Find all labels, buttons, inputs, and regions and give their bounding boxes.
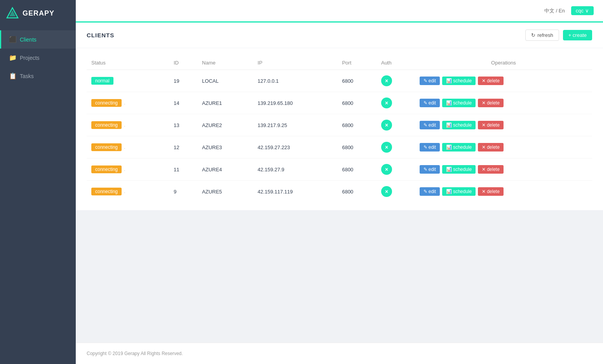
clients-icon: ⬛: [9, 36, 16, 43]
delete-button-5[interactable]: ✕ delete: [478, 187, 504, 196]
schedule-icon-3: 📊: [446, 145, 452, 150]
cell-status-2: connecting .: [87, 114, 169, 136]
auth-button-2[interactable]: ×: [381, 120, 392, 131]
edit-button-0[interactable]: ✎ edit: [420, 77, 440, 85]
cell-ops-2: ✎ edit 📊 schedule ✕ delete: [415, 114, 592, 136]
delete-icon-0: ✕: [482, 78, 486, 84]
delete-button-4[interactable]: ✕ delete: [478, 165, 504, 174]
cell-ip-3: 42.159.27.223: [253, 136, 337, 158]
cell-name-1: AZURE1: [197, 92, 253, 114]
logo: GERAPY: [0, 0, 76, 26]
status-badge-3: connecting: [91, 143, 122, 151]
delete-button-3[interactable]: ✕ delete: [478, 143, 504, 152]
sidebar-item-tasks[interactable]: 📋 Tasks: [0, 67, 76, 85]
cell-status-4: connecting .: [87, 158, 169, 181]
table-head: Status ID Name IP Port Auth Operations: [87, 56, 592, 70]
schedule-button-0[interactable]: 📊 schedule: [442, 77, 476, 85]
col-port: Port: [337, 56, 376, 70]
delete-button-2[interactable]: ✕ delete: [478, 121, 504, 129]
cell-id-4: 11: [169, 158, 197, 181]
delete-icon-2: ✕: [482, 122, 486, 128]
chevron-down-icon: ∨: [585, 8, 589, 14]
cell-id-3: 12: [169, 136, 197, 158]
col-status: Status: [87, 56, 169, 70]
delete-icon-4: ✕: [482, 167, 486, 172]
schedule-button-4[interactable]: 📊 schedule: [442, 165, 476, 174]
table-row: connecting . 13 AZURE2 139.217.9.25 6800…: [87, 114, 592, 136]
language-switcher[interactable]: 中文 / En: [544, 7, 565, 14]
page-title: CLIENTS: [87, 32, 114, 38]
topbar: 中文 / En cqc ∨: [76, 0, 603, 21]
cell-status-1: connecting .: [87, 92, 169, 114]
create-label: + create: [568, 32, 587, 38]
schedule-icon-2: 📊: [446, 122, 452, 128]
refresh-label: refresh: [537, 32, 553, 38]
lang-label: 中文 / En: [544, 8, 565, 14]
cell-ops-3: ✎ edit 📊 schedule ✕ delete: [415, 136, 592, 158]
auth-button-4[interactable]: ×: [381, 164, 392, 175]
cell-auth-2: ×: [376, 114, 415, 136]
app-name: GERAPY: [23, 9, 54, 17]
schedule-button-5[interactable]: 📊 schedule: [442, 187, 476, 196]
schedule-button-1[interactable]: 📊 schedule: [442, 99, 476, 107]
cell-id-5: 9: [169, 181, 197, 203]
cell-ip-2: 139.217.9.25: [253, 114, 337, 136]
auth-button-3[interactable]: ×: [381, 142, 392, 153]
sidebar-item-clients[interactable]: ⬛ Clients: [0, 30, 76, 49]
auth-button-0[interactable]: ×: [381, 75, 392, 86]
refresh-icon: ↻: [531, 32, 535, 38]
edit-button-2[interactable]: ✎ edit: [420, 121, 440, 129]
table-body: normal 19 LOCAL 127.0.0.1 6800 × ✎ edit …: [87, 70, 592, 203]
clients-table-wrap: Status ID Name IP Port Auth Operations n…: [76, 48, 603, 210]
edit-button-5[interactable]: ✎ edit: [420, 187, 440, 196]
cell-status-0: normal: [87, 70, 169, 92]
status-badge-2: connecting: [91, 121, 122, 129]
edit-icon-3: ✎: [423, 145, 427, 150]
status-badge-0: normal: [91, 77, 113, 85]
tasks-icon: 📋: [9, 72, 16, 80]
auth-button-1[interactable]: ×: [381, 98, 392, 108]
cell-name-5: AZURE5: [197, 181, 253, 203]
cell-ip-1: 139.219.65.180: [253, 92, 337, 114]
sidebar: GERAPY ⬛ Clients 📁 Projects 📋 Tasks: [0, 0, 76, 364]
sidebar-item-projects[interactable]: 📁 Projects: [0, 49, 76, 67]
col-auth: Auth: [376, 56, 415, 70]
cell-name-3: AZURE3: [197, 136, 253, 158]
dot-2: .: [124, 122, 125, 128]
cell-id-2: 13: [169, 114, 197, 136]
status-badge-5: connecting: [91, 188, 122, 195]
edit-icon-5: ✎: [423, 189, 427, 194]
footer: Copyright © 2019 Gerapy All Rights Reser…: [76, 343, 603, 364]
cell-port-2: 6800: [337, 114, 376, 136]
username: cqc: [576, 8, 584, 14]
create-button[interactable]: + create: [563, 30, 592, 40]
schedule-icon-0: 📊: [446, 78, 452, 84]
edit-button-1[interactable]: ✎ edit: [420, 99, 440, 107]
edit-button-4[interactable]: ✎ edit: [420, 165, 440, 174]
cell-auth-4: ×: [376, 158, 415, 181]
header-actions: ↻ refresh + create: [525, 30, 592, 41]
status-badge-4: connecting: [91, 165, 122, 173]
dot-4: .: [124, 166, 125, 172]
delete-icon-5: ✕: [482, 189, 486, 194]
dot-1: .: [124, 99, 125, 106]
delete-button-0[interactable]: ✕ delete: [478, 77, 504, 85]
col-id: ID: [169, 56, 197, 70]
sidebar-item-clients-label: Clients: [20, 37, 37, 43]
col-ops: Operations: [415, 56, 592, 70]
main-content: 中文 / En cqc ∨ CLIENTS ↻ refresh + create: [76, 0, 603, 364]
edit-icon-1: ✎: [423, 100, 427, 106]
schedule-button-2[interactable]: 📊 schedule: [442, 121, 476, 129]
user-menu[interactable]: cqc ∨: [571, 6, 594, 15]
table-row: connecting . 14 AZURE1 139.219.65.180 68…: [87, 92, 592, 114]
cell-port-3: 6800: [337, 136, 376, 158]
logo-icon: [6, 7, 19, 19]
refresh-button[interactable]: ↻ refresh: [525, 30, 559, 41]
delete-button-1[interactable]: ✕ delete: [478, 99, 504, 107]
edit-button-3[interactable]: ✎ edit: [420, 143, 440, 152]
schedule-button-3[interactable]: 📊 schedule: [442, 143, 476, 152]
auth-button-5[interactable]: ×: [381, 186, 392, 197]
content-area: CLIENTS ↻ refresh + create Status: [76, 21, 603, 343]
dot-3: .: [124, 144, 125, 150]
cell-ops-4: ✎ edit 📊 schedule ✕ delete: [415, 158, 592, 181]
